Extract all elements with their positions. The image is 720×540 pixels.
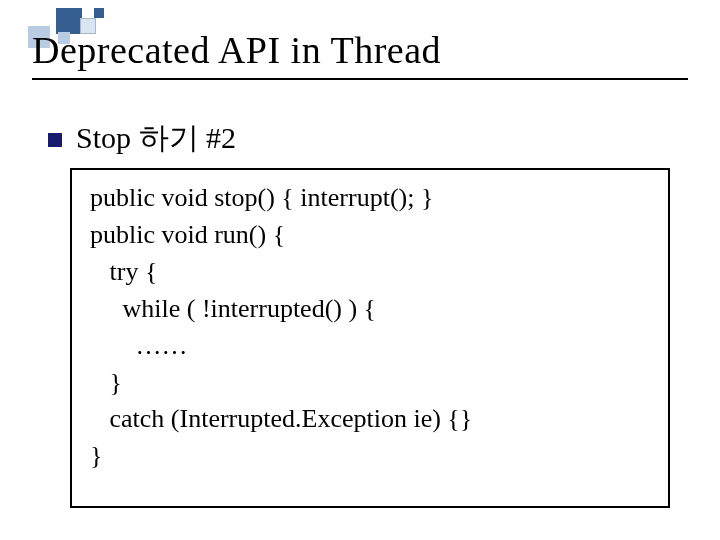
code-box: public void stop() { interrupt(); } publ… [70,168,670,508]
code-line: try { [90,257,157,286]
code-line: while ( !interrupted() ) { [90,294,376,323]
deco-square [94,8,104,18]
slide: Deprecated API in Thread Stop 하기 #2 publ… [0,0,720,540]
code-line: } [90,368,122,397]
bullet-text: Stop 하기 #2 [76,118,236,159]
bullet-marker-icon [48,133,62,147]
slide-title: Deprecated API in Thread [32,28,688,80]
bullet-row: Stop 하기 #2 [48,118,236,159]
code-line: } [90,441,102,470]
code-line: public void stop() { interrupt(); } [90,183,433,212]
code-line: catch (Interrupted.Exception ie) {} [90,404,472,433]
code-line: …… [90,331,188,360]
code-line: public void run() { [90,220,285,249]
